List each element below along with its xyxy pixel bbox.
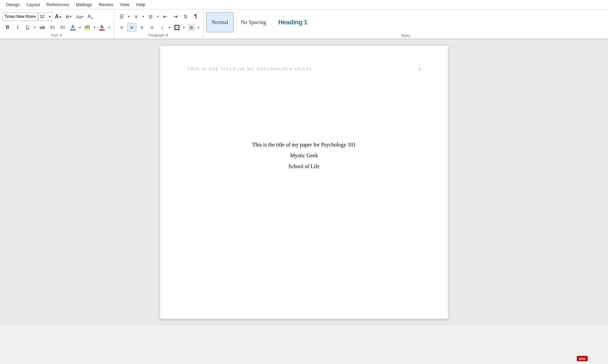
styles-section: Normal No Spacing Heading 1 Styles xyxy=(203,11,608,39)
shrink-font-icon: A xyxy=(66,14,69,19)
superscript-button[interactable]: X2 xyxy=(58,23,67,32)
numbered-list-icon: ≡ xyxy=(135,14,137,19)
borders-group: ⊞ ▾ xyxy=(187,23,200,32)
align-right-icon: ≡ xyxy=(140,25,143,30)
shading-icon: 🔲 xyxy=(174,25,180,30)
align-left-button[interactable]: ≡ xyxy=(117,23,126,32)
paragraph-dialog-launcher[interactable]: ⧉ xyxy=(165,33,169,38)
multilevel-list-group: ⊟ ▾ xyxy=(146,12,160,21)
justify-button[interactable]: ≡ xyxy=(147,23,157,32)
font-face-arrow-icon: ▾ xyxy=(34,15,36,18)
align-left-icon: ≡ xyxy=(120,25,123,30)
menu-mailings[interactable]: Mailings xyxy=(72,1,95,8)
body-line2: Mystic Geek xyxy=(187,150,421,161)
align-center-button[interactable]: ≡ xyxy=(127,23,136,32)
font-section: Times New Roman ▾ 12 ▾ A▲ A▼ Aa xyxy=(0,11,114,39)
shrink-font-button[interactable]: A▼ xyxy=(64,12,73,21)
document-body[interactable]: This is the title of my paper for Psycho… xyxy=(187,139,421,172)
font-color-red-arrow-button[interactable]: ▾ xyxy=(107,23,111,32)
sort-button[interactable]: ⇅ xyxy=(181,12,190,21)
menu-design[interactable]: Design xyxy=(3,1,23,8)
menu-bar: Design Layout References Mailings Review… xyxy=(0,0,608,9)
document-area: THIS IS THE TITLE OF MY PSYCHOLOGY CLASS… xyxy=(0,39,608,325)
font-face-selector[interactable]: Times New Roman ▾ xyxy=(3,12,38,21)
styles-section-label: Styles xyxy=(206,34,605,39)
strikethrough-button[interactable]: ab xyxy=(38,23,47,32)
font-color-red-indicator xyxy=(99,29,105,30)
multilevel-list-button[interactable]: ⊟ xyxy=(146,12,155,21)
borders-icon: ⊞ xyxy=(188,24,194,31)
font-color-button[interactable]: A xyxy=(68,23,78,32)
bullets-arrow-button[interactable]: ▾ xyxy=(127,12,131,21)
document-header: THIS IS THE TITLE OF MY PSYCHOLOGY CLASS xyxy=(187,66,421,72)
font-color-red-icon: A xyxy=(100,24,104,29)
font-size-arrow-icon: ▾ xyxy=(49,15,51,18)
align-right-button[interactable]: ≡ xyxy=(137,23,147,32)
font-color-indicator xyxy=(70,29,75,30)
menu-layout[interactable]: Layout xyxy=(23,1,43,8)
multilevel-list-icon: ⊟ xyxy=(149,14,153,19)
menu-help[interactable]: Help xyxy=(133,1,149,8)
page-number: 1 xyxy=(419,66,421,72)
style-no-spacing-button[interactable]: No Spacing xyxy=(236,12,271,32)
font-face-value: Times New Roman xyxy=(4,14,34,19)
align-center-icon: ≡ xyxy=(130,25,133,30)
font-color-red-button[interactable]: A xyxy=(97,23,107,32)
bullets-group: ☰ ▾ xyxy=(117,12,131,21)
style-normal-label: Normal xyxy=(212,19,228,25)
bullets-button[interactable]: ☰ xyxy=(117,12,126,21)
shading-arrow-button[interactable]: ▾ xyxy=(182,23,186,32)
font-color-a-icon: A xyxy=(71,24,74,29)
underline-button[interactable]: U xyxy=(23,23,32,32)
subscript-button[interactable]: X2 xyxy=(48,23,57,32)
font-color-red-group: A ▾ xyxy=(97,23,111,32)
grow-font-button[interactable]: A▲ xyxy=(53,12,63,21)
highlight-button[interactable]: ab xyxy=(83,23,92,32)
increase-indent-icon: ⇥ xyxy=(173,14,178,20)
shading-button[interactable]: 🔲 xyxy=(172,23,181,32)
font-color-arrow-button[interactable]: ▾ xyxy=(78,23,82,32)
line-spacing-button[interactable]: ↕ xyxy=(157,23,167,32)
line-spacing-group: ↕ ▾ xyxy=(157,23,171,32)
ribbon: Times New Roman ▾ 12 ▾ A▲ A▼ Aa xyxy=(0,9,608,39)
font-dialog-launcher[interactable]: ⧉ xyxy=(59,33,63,38)
style-no-spacing-label: No Spacing xyxy=(241,19,266,25)
decrease-indent-button[interactable]: ⇤ xyxy=(160,12,170,21)
numbered-list-arrow-button[interactable]: ▾ xyxy=(141,12,145,21)
change-case-arrow-icon: ▾ xyxy=(82,15,84,18)
decrease-indent-icon: ⇤ xyxy=(163,14,168,20)
underline-arrow-button[interactable]: ▾ xyxy=(33,23,37,32)
font-color-group: A ▾ xyxy=(68,23,82,32)
paragraph-section: ☰ ▾ ≡ ▾ ⊟ ▾ xyxy=(114,11,203,39)
grow-font-icon: A xyxy=(55,14,59,20)
borders-button[interactable]: ⊞ xyxy=(187,23,196,32)
increase-indent-button[interactable]: ⇥ xyxy=(171,12,180,21)
line-spacing-arrow-button[interactable]: ▾ xyxy=(167,23,171,32)
multilevel-list-arrow-button[interactable]: ▾ xyxy=(156,12,160,21)
show-marks-icon: ¶ xyxy=(194,14,197,20)
style-heading1-button[interactable]: Heading 1 xyxy=(273,12,312,32)
borders-arrow-button[interactable]: ▾ xyxy=(196,23,200,32)
underline-group: U ▾ xyxy=(23,23,37,32)
italic-button[interactable]: I xyxy=(13,23,22,32)
menu-references[interactable]: References xyxy=(43,1,72,8)
font-size-value: 12 xyxy=(40,14,44,19)
bullets-icon: ☰ xyxy=(120,14,124,19)
highlight-indicator xyxy=(85,29,90,30)
style-normal-button[interactable]: Normal xyxy=(206,12,234,32)
justify-icon: ≡ xyxy=(151,25,153,30)
bold-button[interactable]: B xyxy=(3,23,12,32)
clear-formatting-icon: A✕ xyxy=(88,14,93,20)
document-page: THIS IS THE TITLE OF MY PSYCHOLOGY CLASS… xyxy=(160,46,448,319)
highlight-group: ab ▾ xyxy=(83,23,96,32)
menu-review[interactable]: Review xyxy=(95,1,117,8)
highlight-icon: ab xyxy=(85,24,90,29)
change-case-button[interactable]: Aa ▾ xyxy=(74,12,85,21)
menu-view[interactable]: View xyxy=(116,1,133,8)
clear-formatting-button[interactable]: A✕ xyxy=(86,12,95,21)
font-size-selector[interactable]: 12 ▾ xyxy=(38,12,52,21)
show-marks-button[interactable]: ¶ xyxy=(191,12,200,21)
numbered-list-button[interactable]: ≡ xyxy=(131,12,141,21)
highlight-arrow-button[interactable]: ▾ xyxy=(92,23,96,32)
change-case-icon: Aa xyxy=(76,14,82,19)
